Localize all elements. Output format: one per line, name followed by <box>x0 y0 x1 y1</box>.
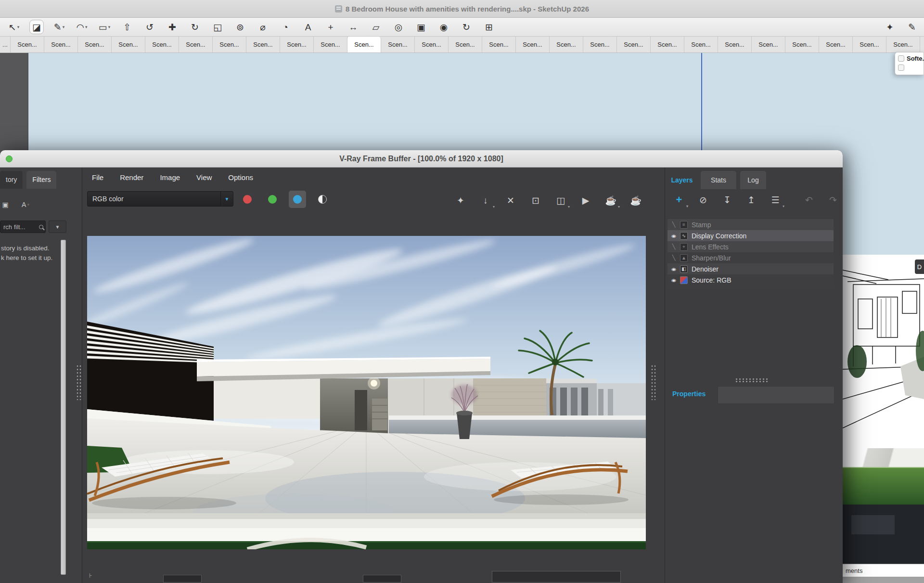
menu-view[interactable]: View <box>196 173 212 181</box>
compare-images-button[interactable]: ◫▾ <box>553 192 568 208</box>
layer-list-button[interactable]: ☰▾ <box>768 192 783 208</box>
visibility-toggle[interactable]: ╲ <box>667 221 680 228</box>
scene-tab[interactable]: Scen... <box>684 37 718 52</box>
render-image[interactable] <box>87 236 646 549</box>
visibility-toggle[interactable]: ◉ <box>667 277 680 282</box>
follow-me-tool[interactable]: ↺ <box>142 20 157 34</box>
rotate-tool[interactable]: ↻ <box>188 20 202 34</box>
add-render-element-button[interactable]: +▾ <box>672 192 686 208</box>
history-setup-link[interactable]: k here to set it up. <box>1 253 78 263</box>
zoom-extents-tool[interactable]: ▣ <box>414 20 428 34</box>
sketchup-titlebar[interactable]: 8 Bedroom House with amenities with rend… <box>0 0 924 18</box>
scene-tab[interactable]: Scen... <box>583 37 617 52</box>
tab-tory[interactable]: tory <box>0 171 23 189</box>
visibility-toggle[interactable]: ◉ <box>667 233 680 238</box>
menu-options[interactable]: Options <box>228 173 253 181</box>
scene-tab[interactable]: Scen... <box>853 37 886 52</box>
footer-control[interactable] <box>363 575 401 583</box>
scene-tab[interactable]: Scen... <box>246 37 280 52</box>
vfb-titlebar[interactable]: V-Ray Frame Buffer - [100.0% of 1920 x 1… <box>0 150 843 168</box>
tab-stats[interactable]: Stats <box>701 171 736 189</box>
tab-layers[interactable]: Layers <box>668 171 696 189</box>
orbit-tool[interactable]: ↻ <box>459 20 474 34</box>
style-edit-tool[interactable]: ✎ <box>905 20 919 34</box>
scene-tab[interactable]: Scen... <box>819 37 853 52</box>
footer-control[interactable] <box>163 575 202 583</box>
channel-select[interactable]: RGB color ▼ <box>87 191 233 207</box>
eraser-tool[interactable]: ◪ <box>29 20 44 34</box>
menu-render[interactable]: Render <box>120 173 143 181</box>
layer-row[interactable]: ◉◧Denoiser <box>667 263 834 274</box>
scene-tab[interactable]: Scen... <box>213 37 246 52</box>
scene-tab[interactable]: Scen... <box>11 37 44 52</box>
layer-row[interactable]: ◉∿Display Correction <box>667 230 834 241</box>
scene-tabs-overflow[interactable]: ... <box>0 37 11 52</box>
thumbnail-view-button[interactable]: ▣ <box>0 199 11 210</box>
red-channel-toggle[interactable] <box>239 191 256 208</box>
load-layer-tree-button[interactable]: ↥ <box>744 192 758 208</box>
scene-tab[interactable]: Scen... <box>112 37 145 52</box>
scene-tab[interactable]: Scen... <box>617 37 651 52</box>
menu-image[interactable]: Image <box>160 173 180 181</box>
scene-tab[interactable]: Scen... <box>752 37 785 52</box>
scene-tab[interactable]: Scen... <box>44 37 78 52</box>
green-channel-toggle[interactable] <box>264 191 281 208</box>
scene-tab[interactable]: Scen... <box>651 37 684 52</box>
scene-tab[interactable]: Scen... <box>886 37 920 52</box>
menu-file[interactable]: File <box>92 173 103 181</box>
offset-tool[interactable]: ⊚ <box>233 20 247 34</box>
layer-row[interactable]: ╲≡Stamp <box>667 219 834 230</box>
splitter-handle[interactable] <box>651 364 656 400</box>
scene-tab[interactable]: Scen... <box>785 37 819 52</box>
extension-wand-tool[interactable]: ✦ <box>883 20 897 34</box>
components-panel-fragment[interactable]: ments <box>843 564 924 577</box>
redo-button[interactable]: ↷ <box>826 192 840 208</box>
scene-tab[interactable]: Scen... <box>718 37 752 52</box>
position-camera-tool[interactable]: ◉ <box>436 20 451 34</box>
protractor-tool[interactable]: ◔ <box>278 20 293 34</box>
interactive-render-button[interactable]: ✦ <box>453 192 468 208</box>
splitter-handle[interactable] <box>76 364 82 400</box>
scene-tab[interactable]: Scen... <box>415 37 449 52</box>
scale-tool[interactable]: ◱ <box>210 20 225 34</box>
visibility-toggle[interactable]: ╲ <box>667 255 680 261</box>
window-zoom-button[interactable] <box>6 155 13 162</box>
clear-image-button[interactable]: ✕ <box>503 192 518 208</box>
blue-channel-toggle[interactable] <box>289 191 306 208</box>
push-pull-tool[interactable]: ⇧ <box>120 20 134 34</box>
scene-tab[interactable]: Scen... <box>280 37 314 52</box>
follow-mouse-button[interactable]: ▶ <box>578 192 593 208</box>
save-layer-tree-button[interactable]: ↧ <box>720 192 734 208</box>
render-history-save-button[interactable]: ☕▾ <box>603 192 618 208</box>
scene-tab[interactable]: Scen... <box>550 37 583 52</box>
line-tool[interactable]: ✎▾ <box>52 20 66 34</box>
delete-layer-button[interactable]: ⊘ <box>696 192 710 208</box>
save-image-button[interactable]: ↓▾ <box>478 192 493 208</box>
visibility-toggle[interactable]: ◉ <box>667 266 680 271</box>
scene-tab[interactable]: Scen... <box>449 37 482 52</box>
dimension-tool[interactable]: ↔ <box>346 20 360 34</box>
axes-tool[interactable]: + <box>323 20 338 34</box>
tape-measure-tool[interactable]: ⌀ <box>256 20 270 34</box>
layer-row[interactable]: ╲▲Sharpen/Blur <box>667 252 834 263</box>
footer-control[interactable] <box>492 571 621 583</box>
filter-search-input[interactable]: rch filt... <box>0 220 46 233</box>
section-plane-tool[interactable]: ▱ <box>369 20 383 34</box>
region-render-button[interactable]: ⊡ <box>528 192 543 208</box>
undo-button[interactable]: ↶ <box>802 192 816 208</box>
arc-tool[interactable]: ◠▾ <box>75 20 89 34</box>
scene-tab[interactable]: Scen... <box>381 37 415 52</box>
scene-tab[interactable]: Scen... <box>347 37 381 52</box>
render-history-button[interactable]: ☕ <box>629 192 643 208</box>
panel-resize-handle[interactable] <box>735 378 770 383</box>
chevron-down-icon[interactable]: ▼ <box>220 192 233 206</box>
scene-tab[interactable]: Scen... <box>314 37 347 52</box>
pan-tool[interactable]: ⊞ <box>482 20 496 34</box>
layer-row[interactable]: ╲+Lens Effects <box>667 241 834 252</box>
scene-tab[interactable]: Scen... <box>179 37 213 52</box>
tab-filters[interactable]: Filters <box>26 171 56 189</box>
select-tool[interactable]: ↖▾ <box>7 20 21 34</box>
filter-dropdown-button[interactable]: ▼ <box>49 220 66 233</box>
properties-header[interactable]: Properties <box>672 390 706 398</box>
scene-tab[interactable]: Scen... <box>516 37 550 52</box>
